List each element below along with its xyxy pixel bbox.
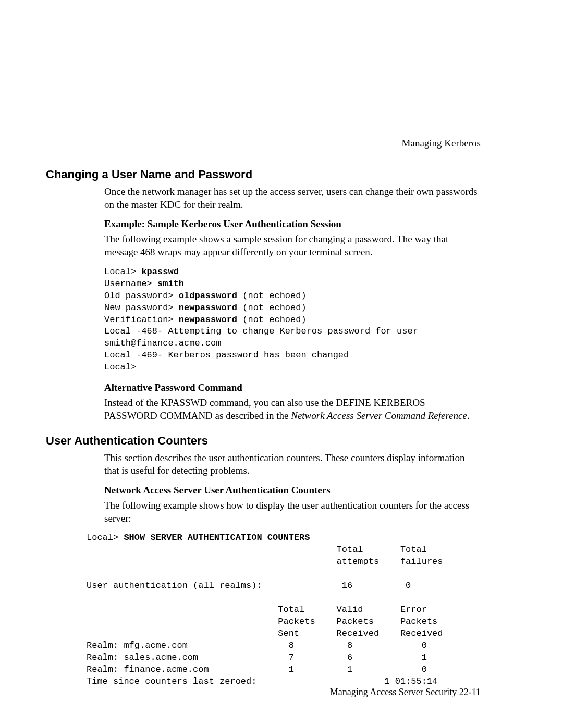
code-line: attempts failures	[87, 557, 443, 566]
code-line: Time since counters last zeroed: 1 01:55…	[87, 676, 437, 686]
page: Managing Kerberos Changing a User Name a…	[0, 0, 563, 727]
page-footer: Managing Access Server Security 22-11	[330, 687, 481, 698]
section1-intro: Once the network manager has set up the …	[104, 186, 481, 211]
kpasswd-session-code: Local> kpasswd Username> smith Old passw…	[104, 266, 481, 374]
section1-body: Once the network manager has set up the …	[104, 186, 481, 423]
example-session-heading: Example: Sample Kerberos User Authentica…	[104, 218, 481, 230]
counters-output-code: Local> SHOW SERVER AUTHENTICATION COUNTE…	[87, 532, 481, 687]
code-line: smith@finance.acme.com	[104, 338, 221, 348]
code-line: Realm: finance.acme.com 1 1 0	[87, 664, 427, 674]
code-line: User authentication (all realms): 16 0	[87, 581, 411, 590]
section2-body: This section describes the user authenti…	[104, 452, 481, 525]
code-line: Realm: mfg.acme.com 8 8 0	[87, 640, 427, 650]
code-line: Packets Packets Packets	[87, 616, 437, 626]
code-line: Local -469- Kerberos password has been c…	[104, 350, 349, 360]
example-session-body: The following example shows a sample ses…	[104, 233, 481, 258]
code-line: Local> SHOW SERVER AUTHENTICATION COUNTE…	[87, 533, 310, 542]
alt-password-heading: Alternative Password Command	[104, 382, 481, 393]
code-line: Sent Received Received	[87, 628, 443, 638]
code-line: Total Total	[87, 545, 427, 554]
alt-password-body: Instead of the KPASSWD command, you can …	[104, 397, 481, 422]
chapter-header: Managing Kerberos	[46, 138, 481, 149]
nas-counters-heading: Network Access Server User Authenticatio…	[104, 485, 481, 496]
code-line: Verification> newpassword (not echoed)	[104, 315, 307, 325]
code-line: Local -468- Attempting to change Kerbero…	[104, 326, 418, 336]
code-line: Local> kpasswd	[104, 267, 179, 277]
section-changing-password-title: Changing a User Name and Password	[46, 168, 481, 181]
section2-intro: This section describes the user authenti…	[104, 452, 481, 477]
code-line: Local>	[104, 362, 136, 372]
code-line: New password> newpassword (not echoed)	[104, 303, 307, 313]
code-line: Total Valid Error	[87, 604, 427, 614]
code-line: Old password> oldpassword (not echoed)	[104, 291, 307, 301]
code-line: Username> smith	[104, 279, 184, 289]
code-line: Realm: sales.acme.com 7 6 1	[87, 652, 427, 662]
nas-counters-body: The following example shows how to displ…	[104, 499, 481, 525]
section-auth-counters-title: User Authentication Counters	[46, 434, 481, 448]
